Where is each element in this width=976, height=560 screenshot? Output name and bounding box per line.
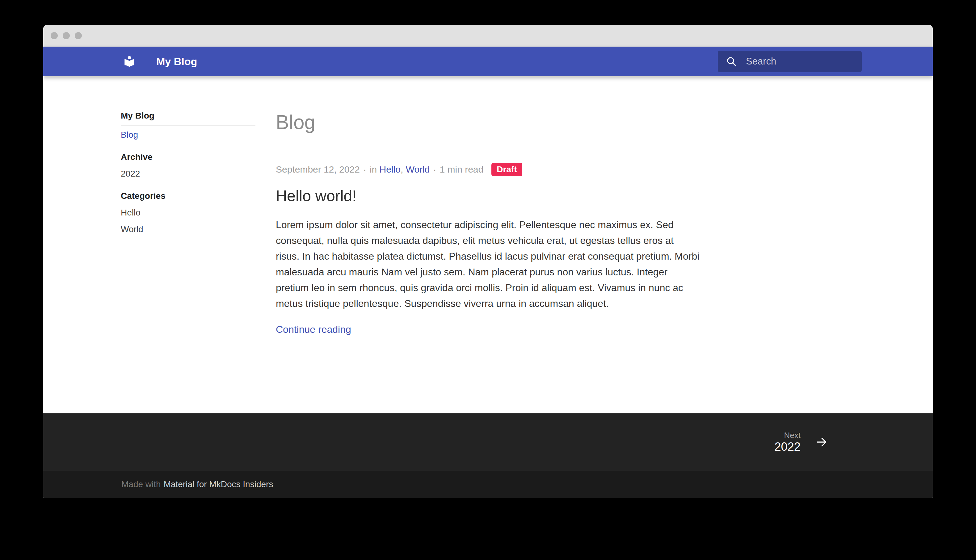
sidebar-item-hello[interactable]: Hello — [121, 208, 255, 217]
category-comma: , — [400, 164, 403, 175]
page-content: My Blog Blog Archive 2022 Categories Hel… — [43, 76, 933, 413]
sidebar-item-world[interactable]: World — [121, 225, 255, 234]
post-excerpt: Lorem ipsum dolor sit amet, consectetur … — [276, 217, 699, 312]
made-with-label: Made with — [122, 480, 161, 489]
app-header: My Blog — [43, 47, 933, 76]
post-date: September 12, 2022 — [276, 164, 360, 175]
footer-next-label: Next — [774, 431, 801, 440]
post-category-hello-link[interactable]: Hello — [380, 164, 400, 175]
blog-article: Blog September 12, 2022 · in Hello , Wor… — [276, 76, 702, 335]
header-site-title[interactable]: My Blog — [156, 55, 197, 68]
meta-separator: · — [433, 164, 436, 175]
window-zoom-dot[interactable] — [75, 32, 82, 39]
footer-next-link[interactable]: Next 2022 — [774, 431, 828, 453]
window-minimize-dot[interactable] — [63, 32, 70, 39]
sidebar-section-categories: Categories — [121, 192, 255, 201]
post-title: Hello world! — [276, 187, 702, 205]
sidebar-item-2022[interactable]: 2022 — [121, 169, 255, 178]
footer-meta-bar: Made with Material for MkDocs Insiders — [43, 471, 933, 498]
footer-next-target: 2022 — [774, 440, 801, 453]
post-in-label: in — [370, 164, 377, 175]
draft-badge: Draft — [491, 163, 522, 176]
post-read-time: 1 min read — [439, 164, 483, 175]
site-logo-icon — [123, 55, 136, 68]
meta-separator: · — [363, 164, 366, 175]
window-titlebar — [43, 25, 933, 47]
search-box[interactable] — [718, 51, 862, 72]
search-input[interactable] — [745, 55, 862, 67]
browser-window: My Blog My Blog Blog Archive 2022 Catego… — [43, 25, 933, 498]
sidebar-navigation: My Blog Blog Archive 2022 Categories Hel… — [121, 111, 255, 234]
generator-link[interactable]: Material for MkDocs Insiders — [164, 480, 274, 489]
window-close-dot[interactable] — [51, 32, 58, 39]
continue-reading-link[interactable]: Continue reading — [276, 324, 351, 335]
arrow-forward-icon — [815, 435, 828, 449]
sidebar-section-archive: Archive — [121, 153, 255, 162]
footer-navigation: Next 2022 — [43, 413, 933, 471]
sidebar-site-title: My Blog — [121, 111, 255, 126]
post-category-world-link[interactable]: World — [406, 164, 430, 175]
page-title: Blog — [276, 112, 702, 132]
post-meta: September 12, 2022 · in Hello , World · … — [276, 163, 702, 176]
search-icon — [726, 56, 737, 67]
sidebar-item-blog[interactable]: Blog — [121, 130, 255, 140]
